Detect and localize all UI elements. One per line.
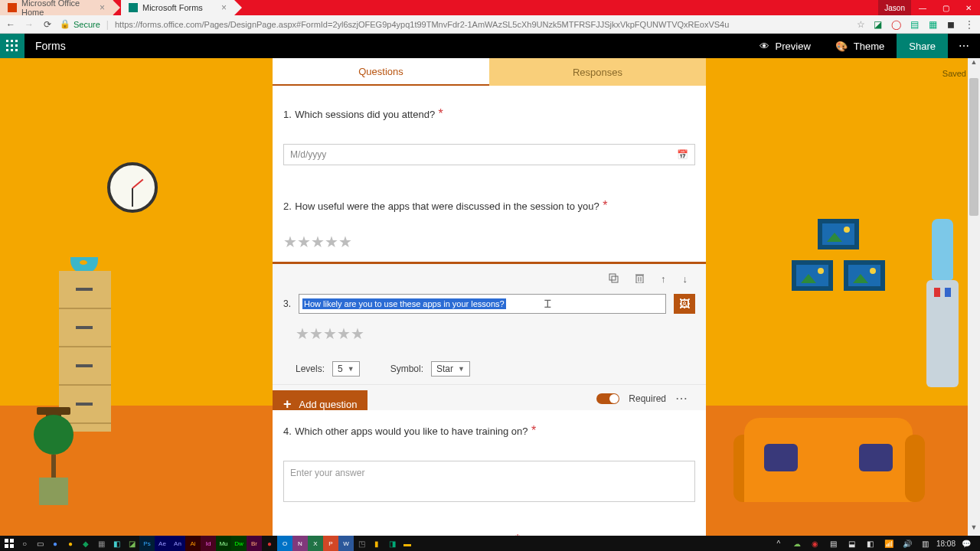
window-maximize[interactable]: ▢ xyxy=(934,0,957,15)
volume-icon[interactable]: 🔊 xyxy=(900,536,915,551)
back-button[interactable]: ← xyxy=(5,19,17,30)
svg-rect-4 xyxy=(15,40,18,42)
delete-button[interactable] xyxy=(635,273,644,285)
tray-icon[interactable]: ▤ xyxy=(826,536,841,551)
move-down-button[interactable]: ↓ xyxy=(683,273,688,285)
taskbar-clock[interactable]: 18:08 xyxy=(936,540,956,548)
taskbar-app[interactable]: Ae xyxy=(155,536,170,551)
taskbar-app[interactable]: N xyxy=(292,536,308,551)
taskbar-app[interactable]: Ai xyxy=(185,536,201,551)
scrollbar-thumb[interactable] xyxy=(969,78,978,216)
question-number: 4. xyxy=(283,425,292,437)
extension-icon[interactable]: ◯ xyxy=(890,18,902,31)
window-close[interactable]: ✕ xyxy=(957,0,980,15)
reload-button[interactable]: ⟳ xyxy=(41,19,54,30)
taskbar-app[interactable]: W xyxy=(338,536,354,551)
tray-icon[interactable]: ⬓ xyxy=(844,536,860,551)
tray-icon[interactable]: ◉ xyxy=(808,536,823,551)
close-tab-icon[interactable]: × xyxy=(221,2,227,13)
taskbar-app[interactable]: Id xyxy=(201,536,216,551)
taskbar-app[interactable]: ◧ xyxy=(109,536,124,551)
theme-button[interactable]: 🎨 Theme xyxy=(823,34,897,58)
taskbar-app[interactable]: ● xyxy=(63,536,78,551)
svg-rect-9 xyxy=(11,49,13,51)
taskbar-app[interactable]: Dw xyxy=(231,536,247,551)
taskbar-app[interactable]: Ps xyxy=(139,536,155,551)
copy-button[interactable] xyxy=(609,273,619,285)
taskbar-app[interactable]: P xyxy=(323,536,338,551)
date-input[interactable]: M/d/yyyy 📅 xyxy=(283,144,695,165)
text-answer-input[interactable]: Enter your answer xyxy=(283,461,695,502)
taskbar-app[interactable]: ◆ xyxy=(78,536,93,551)
forward-button[interactable]: → xyxy=(23,19,35,30)
taskbar-app[interactable]: X xyxy=(308,536,323,551)
task-view-button[interactable]: ▭ xyxy=(32,536,47,551)
taskbar-app[interactable]: ● xyxy=(47,536,63,551)
form-tabs: Questions Responses xyxy=(273,58,706,86)
page-scrollbar[interactable]: ▲ ▼ xyxy=(968,58,980,536)
taskbar-app[interactable]: ● xyxy=(262,536,277,551)
selected-text: How likely are you to use these apps in … xyxy=(302,298,506,309)
app-launcher[interactable] xyxy=(0,34,24,58)
system-tray[interactable]: ^ ☁ ◉ ▤ ⬓ ◧ 📶 🔊 ▥ 18:08 💬 xyxy=(771,536,978,551)
star-icon[interactable]: ☆ xyxy=(857,19,865,30)
required-toggle[interactable] xyxy=(596,393,619,404)
tab-label: Microsoft Forms xyxy=(142,3,203,12)
extension-icon[interactable]: ▤ xyxy=(908,18,920,31)
tray-icon[interactable]: ☁ xyxy=(789,536,805,551)
chrome-user-badge[interactable]: Jason xyxy=(878,0,911,15)
url-text[interactable]: https://forms.office.com/Pages/DesignPag… xyxy=(115,20,851,29)
symbol-select[interactable]: Star ▼ xyxy=(431,361,470,377)
secure-indicator[interactable]: 🔒 Secure xyxy=(60,19,100,29)
more-options-button[interactable]: ⋯ xyxy=(675,391,689,406)
cortana-button[interactable]: ○ xyxy=(17,536,32,551)
share-button[interactable]: Share xyxy=(897,34,948,58)
tab-responses[interactable]: Responses xyxy=(489,58,706,86)
taskbar-app[interactable]: ◳ xyxy=(354,536,369,551)
extension-icon[interactable]: ▦ xyxy=(926,18,939,31)
rating-stars[interactable]: ★★★★★ xyxy=(273,225,706,262)
levels-select[interactable]: 5 ▼ xyxy=(332,361,360,377)
question-5[interactable]: 5. Which other platforms would you like … xyxy=(273,513,706,536)
taskbar-app[interactable]: Br xyxy=(247,536,262,551)
scroll-down-icon[interactable]: ▼ xyxy=(968,523,980,536)
svg-rect-12 xyxy=(612,276,618,282)
calendar-icon[interactable]: 📅 xyxy=(677,149,688,160)
app-name[interactable]: Forms xyxy=(24,40,77,52)
insert-image-button[interactable]: 🖼 xyxy=(674,294,695,314)
more-button[interactable]: ⋯ xyxy=(948,40,980,52)
wifi-icon[interactable]: 📶 xyxy=(881,536,897,551)
tray-icon[interactable]: ^ xyxy=(771,536,786,551)
start-button[interactable] xyxy=(2,536,17,551)
preview-button[interactable]: 👁 Preview xyxy=(747,34,823,58)
question-4[interactable]: 4. Which other apps would you like to ha… xyxy=(273,410,706,450)
browser-address-bar: ← → ⟳ 🔒 Secure | https://forms.office.co… xyxy=(0,15,980,34)
save-status: Saved xyxy=(942,69,966,78)
tray-icon[interactable]: ◧ xyxy=(863,536,878,551)
extension-icon[interactable]: ◼ xyxy=(945,18,957,31)
close-tab-icon[interactable]: × xyxy=(100,2,105,13)
taskbar-app[interactable]: An xyxy=(170,536,185,551)
tray-icon[interactable]: ▥ xyxy=(918,536,933,551)
taskbar-app[interactable]: ▬ xyxy=(400,536,415,551)
question-1[interactable]: 1. Which sessions did you attend? * xyxy=(273,86,706,133)
chrome-menu-icon[interactable]: ⋮ xyxy=(963,18,975,31)
question-2[interactable]: 2. How useful were the apps that were di… xyxy=(273,165,706,225)
taskbar-app[interactable]: ◪ xyxy=(124,536,139,551)
move-up-button[interactable]: ↑ xyxy=(661,273,666,285)
browser-tab-office-home[interactable]: Microsoft Office Home × xyxy=(0,0,113,15)
question-text: Which other apps would you like to have … xyxy=(295,425,528,437)
window-minimize[interactable]: — xyxy=(911,0,934,15)
question-text-input[interactable]: How likely are you to use these apps in … xyxy=(299,294,666,314)
taskbar-app[interactable]: ▮ xyxy=(369,536,384,551)
tab-questions[interactable]: Questions xyxy=(273,58,489,86)
browser-tab-forms[interactable]: Microsoft Forms × xyxy=(121,0,234,15)
taskbar-app[interactable]: ◨ xyxy=(384,536,400,551)
extension-icon[interactable]: ◪ xyxy=(871,18,884,31)
notifications-icon[interactable]: 💬 xyxy=(959,536,974,551)
taskbar-app[interactable]: Mu xyxy=(216,536,231,551)
taskbar-app[interactable]: ▦ xyxy=(93,536,109,551)
bg-pictures xyxy=(792,219,885,291)
taskbar-app[interactable]: O xyxy=(277,536,292,551)
scroll-up-icon[interactable]: ▲ xyxy=(968,58,980,70)
